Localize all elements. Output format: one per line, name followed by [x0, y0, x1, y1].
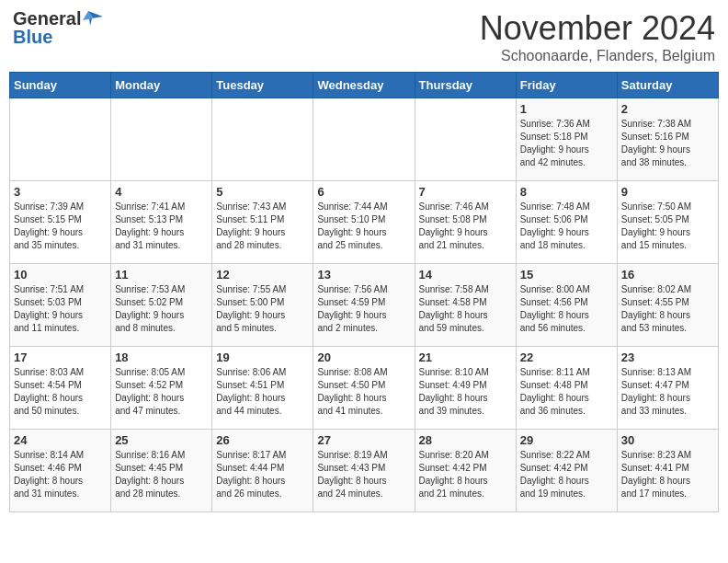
day-info: Sunrise: 7:39 AM Sunset: 5:15 PM Dayligh… [14, 201, 107, 252]
calendar-day-cell: 15Sunrise: 8:00 AM Sunset: 4:56 PM Dayli… [516, 264, 617, 347]
day-info: Sunrise: 8:10 AM Sunset: 4:49 PM Dayligh… [419, 366, 512, 418]
calendar-day-cell: 19Sunrise: 8:06 AM Sunset: 4:51 PM Dayli… [212, 347, 313, 430]
day-number: 25 [115, 433, 208, 447]
day-info: Sunrise: 8:13 AM Sunset: 4:47 PM Dayligh… [621, 366, 714, 418]
day-info: Sunrise: 7:46 AM Sunset: 5:08 PM Dayligh… [419, 201, 512, 252]
calendar-day-cell: 22Sunrise: 8:11 AM Sunset: 4:48 PM Dayli… [516, 347, 617, 430]
calendar-week-row: 3Sunrise: 7:39 AM Sunset: 5:15 PM Daylig… [10, 181, 719, 264]
calendar-day-cell: 2Sunrise: 7:38 AM Sunset: 5:16 PM Daylig… [617, 98, 718, 181]
day-info: Sunrise: 8:00 AM Sunset: 4:56 PM Dayligh… [520, 283, 613, 335]
calendar-day-cell: 28Sunrise: 8:20 AM Sunset: 4:42 PM Dayli… [415, 430, 516, 512]
day-info: Sunrise: 8:20 AM Sunset: 4:42 PM Dayligh… [419, 449, 512, 500]
calendar-day-cell: 7Sunrise: 7:46 AM Sunset: 5:08 PM Daylig… [415, 181, 516, 264]
calendar-day-cell: 17Sunrise: 8:03 AM Sunset: 4:54 PM Dayli… [10, 347, 111, 430]
calendar-day-cell: 16Sunrise: 8:02 AM Sunset: 4:55 PM Dayli… [617, 264, 718, 347]
calendar-day-cell: 1Sunrise: 7:36 AM Sunset: 5:18 PM Daylig… [516, 98, 617, 181]
calendar-week-row: 10Sunrise: 7:51 AM Sunset: 5:03 PM Dayli… [10, 264, 719, 347]
day-info: Sunrise: 7:51 AM Sunset: 5:03 PM Dayligh… [14, 283, 107, 335]
day-of-week-header: Monday [111, 73, 212, 98]
day-info: Sunrise: 8:05 AM Sunset: 4:52 PM Dayligh… [115, 366, 208, 418]
calendar-day-cell: 23Sunrise: 8:13 AM Sunset: 4:47 PM Dayli… [617, 347, 718, 430]
day-info: Sunrise: 8:22 AM Sunset: 4:42 PM Dayligh… [520, 449, 613, 500]
day-number: 11 [115, 268, 208, 282]
day-number: 23 [621, 350, 714, 364]
calendar-day-cell [415, 98, 516, 181]
calendar-day-cell: 26Sunrise: 8:17 AM Sunset: 4:44 PM Dayli… [212, 430, 313, 512]
calendar-day-cell: 14Sunrise: 7:58 AM Sunset: 4:58 PM Dayli… [415, 264, 516, 347]
day-number: 15 [520, 268, 613, 282]
logo-general-text: General [13, 9, 81, 28]
day-number: 16 [621, 268, 714, 282]
calendar-day-cell: 13Sunrise: 7:56 AM Sunset: 4:59 PM Dayli… [313, 264, 415, 347]
day-info: Sunrise: 8:02 AM Sunset: 4:55 PM Dayligh… [621, 283, 714, 335]
day-of-week-header: Tuesday [212, 73, 313, 98]
day-info: Sunrise: 7:36 AM Sunset: 5:18 PM Dayligh… [520, 118, 613, 169]
calendar-day-cell: 10Sunrise: 7:51 AM Sunset: 5:03 PM Dayli… [10, 264, 111, 347]
day-info: Sunrise: 8:06 AM Sunset: 4:51 PM Dayligh… [216, 366, 309, 418]
calendar-day-cell [313, 98, 415, 181]
calendar-day-cell: 5Sunrise: 7:43 AM Sunset: 5:11 PM Daylig… [212, 181, 313, 264]
day-info: Sunrise: 7:48 AM Sunset: 5:06 PM Dayligh… [520, 201, 613, 252]
day-number: 3 [14, 185, 107, 199]
calendar-day-cell: 20Sunrise: 8:08 AM Sunset: 4:50 PM Dayli… [313, 347, 415, 430]
day-number: 9 [621, 185, 714, 199]
day-number: 21 [419, 350, 512, 364]
calendar-table: SundayMondayTuesdayWednesdayThursdayFrid… [9, 72, 719, 512]
day-info: Sunrise: 7:50 AM Sunset: 5:05 PM Dayligh… [621, 201, 714, 252]
calendar-day-cell: 11Sunrise: 7:53 AM Sunset: 5:02 PM Dayli… [111, 264, 212, 347]
calendar-week-row: 17Sunrise: 8:03 AM Sunset: 4:54 PM Dayli… [10, 347, 719, 430]
day-info: Sunrise: 8:08 AM Sunset: 4:50 PM Dayligh… [317, 366, 410, 418]
calendar-day-cell: 30Sunrise: 8:23 AM Sunset: 4:41 PM Dayli… [617, 430, 718, 512]
day-number: 5 [216, 185, 309, 199]
day-info: Sunrise: 8:23 AM Sunset: 4:41 PM Dayligh… [621, 449, 714, 500]
day-of-week-header: Saturday [617, 73, 718, 98]
day-number: 19 [216, 350, 309, 364]
calendar-day-cell: 18Sunrise: 8:05 AM Sunset: 4:52 PM Dayli… [111, 347, 212, 430]
day-number: 4 [115, 185, 208, 199]
calendar-day-cell: 4Sunrise: 7:41 AM Sunset: 5:13 PM Daylig… [111, 181, 212, 264]
calendar-day-cell: 24Sunrise: 8:14 AM Sunset: 4:46 PM Dayli… [10, 430, 111, 512]
title-section: November 2024 Schoonaarde, Flanders, Bel… [480, 9, 715, 64]
location-text: Schoonaarde, Flanders, Belgium [480, 48, 715, 64]
day-number: 26 [216, 433, 309, 447]
day-info: Sunrise: 8:19 AM Sunset: 4:43 PM Dayligh… [317, 449, 410, 500]
calendar-day-cell: 3Sunrise: 7:39 AM Sunset: 5:15 PM Daylig… [10, 181, 111, 264]
day-of-week-header: Friday [516, 73, 617, 98]
calendar-week-row: 1Sunrise: 7:36 AM Sunset: 5:18 PM Daylig… [10, 98, 719, 181]
month-title: November 2024 [480, 9, 715, 48]
calendar-day-cell [212, 98, 313, 181]
page-header: General Blue November 2024 Schoonaarde, … [9, 9, 719, 64]
day-info: Sunrise: 8:03 AM Sunset: 4:54 PM Dayligh… [14, 366, 107, 418]
day-info: Sunrise: 7:58 AM Sunset: 4:58 PM Dayligh… [419, 283, 512, 335]
day-number: 2 [621, 102, 714, 116]
calendar-day-cell: 8Sunrise: 7:48 AM Sunset: 5:06 PM Daylig… [516, 181, 617, 264]
day-number: 27 [317, 433, 410, 447]
day-number: 10 [14, 268, 107, 282]
day-number: 28 [419, 433, 512, 447]
day-number: 8 [520, 185, 613, 199]
logo-blue-text: Blue [13, 28, 52, 46]
calendar-day-cell: 29Sunrise: 8:22 AM Sunset: 4:42 PM Dayli… [516, 430, 617, 512]
day-number: 20 [317, 350, 410, 364]
calendar-day-cell: 12Sunrise: 7:55 AM Sunset: 5:00 PM Dayli… [212, 264, 313, 347]
day-number: 29 [520, 433, 613, 447]
calendar-day-cell: 9Sunrise: 7:50 AM Sunset: 5:05 PM Daylig… [617, 181, 718, 264]
calendar-day-cell [10, 98, 111, 181]
calendar-day-cell [111, 98, 212, 181]
day-number: 30 [621, 433, 714, 447]
day-info: Sunrise: 7:43 AM Sunset: 5:11 PM Dayligh… [216, 201, 309, 252]
calendar-week-row: 24Sunrise: 8:14 AM Sunset: 4:46 PM Dayli… [10, 430, 719, 512]
day-number: 1 [520, 102, 613, 116]
day-number: 12 [216, 268, 309, 282]
logo: General Blue [13, 9, 103, 46]
calendar-header-row: SundayMondayTuesdayWednesdayThursdayFrid… [10, 73, 719, 98]
day-info: Sunrise: 8:17 AM Sunset: 4:44 PM Dayligh… [216, 449, 309, 500]
day-number: 14 [419, 268, 512, 282]
day-info: Sunrise: 7:41 AM Sunset: 5:13 PM Dayligh… [115, 201, 208, 252]
logo-bird-icon [83, 9, 103, 28]
calendar-day-cell: 6Sunrise: 7:44 AM Sunset: 5:10 PM Daylig… [313, 181, 415, 264]
day-of-week-header: Wednesday [313, 73, 415, 98]
day-info: Sunrise: 8:11 AM Sunset: 4:48 PM Dayligh… [520, 366, 613, 418]
day-number: 24 [14, 433, 107, 447]
day-info: Sunrise: 8:14 AM Sunset: 4:46 PM Dayligh… [14, 449, 107, 500]
